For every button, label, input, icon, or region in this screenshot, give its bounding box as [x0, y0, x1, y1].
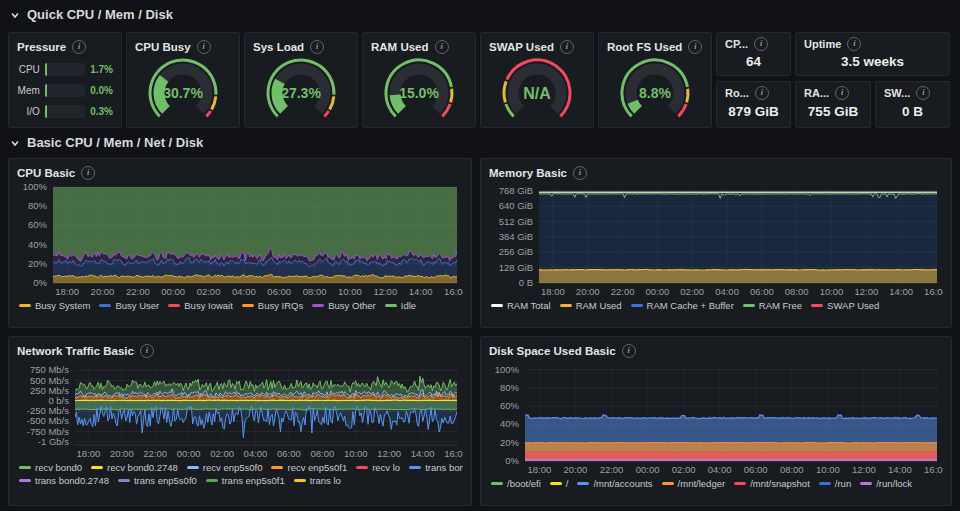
info-icon[interactable]: i	[310, 40, 324, 54]
svg-text:02:00: 02:00	[197, 286, 221, 297]
legend-item[interactable]: recv bond0.2748	[91, 461, 178, 474]
legend-item[interactable]: Busy Iowait	[168, 299, 233, 312]
chart-legend: /boot/efi//mnt/accounts/mnt/ledger/mnt/s…	[489, 477, 943, 490]
legend-item[interactable]: /mnt/ledger	[662, 477, 726, 490]
legend-item[interactable]: RAM Free	[743, 299, 802, 312]
legend-item[interactable]: trans bond0	[409, 461, 463, 474]
panel-ram-total: RA... i 755 GiB	[795, 81, 871, 128]
svg-text:14:00: 14:00	[411, 448, 435, 459]
network-traffic-chart[interactable]: 750 Mb/s500 Mb/s250 Mb/s0 b/s-250 Mb/s-5…	[17, 359, 463, 461]
legend-item[interactable]: /mnt/accounts	[577, 477, 652, 490]
svg-text:60%: 60%	[28, 219, 48, 230]
legend-item[interactable]: RAM Total	[491, 299, 551, 312]
svg-text:60%: 60%	[500, 400, 520, 411]
svg-text:-1 Gb/s: -1 Gb/s	[38, 436, 69, 447]
pressure-bar-gauge	[45, 105, 85, 118]
svg-text:04:00: 04:00	[244, 448, 268, 459]
svg-text:640 GiB: 640 GiB	[499, 200, 533, 211]
legend-item[interactable]: trans lo	[294, 474, 341, 487]
info-icon[interactable]: i	[835, 86, 849, 100]
info-icon[interactable]: i	[435, 40, 449, 54]
chart-legend: RAM TotalRAM UsedRAM Cache + BufferRAM F…	[489, 299, 943, 312]
panel-network-traffic-basic: Network Traffic Basic i 750 Mb/s500 Mb/s…	[8, 336, 472, 506]
panel-title: CP...	[725, 38, 748, 50]
disk-space-chart[interactable]: 0%20%40%60%80%100%18:0020:0022:0000:0002…	[489, 359, 943, 477]
info-icon[interactable]: i	[81, 166, 95, 180]
chevron-down-icon	[10, 138, 20, 148]
pressure-gauges: CPU1.7%Mem0.0%I/O0.3%	[17, 63, 113, 118]
row-header-quick[interactable]: Quick CPU / Mem / Disk	[10, 7, 173, 22]
info-icon[interactable]: i	[755, 86, 769, 100]
net-plot[interactable]: 750 Mb/s500 Mb/s250 Mb/s0 b/s-250 Mb/s-5…	[17, 359, 463, 461]
info-icon[interactable]: i	[754, 37, 768, 51]
legend-item[interactable]: trans bond0.2748	[19, 474, 109, 487]
svg-text:08:00: 08:00	[310, 448, 334, 459]
svg-text:16:00: 16:00	[924, 464, 943, 475]
info-icon[interactable]: i	[573, 166, 587, 180]
svg-text:22:00: 22:00	[611, 286, 635, 297]
svg-text:20:00: 20:00	[91, 286, 115, 297]
legend-item[interactable]: Busy IRQs	[242, 299, 303, 312]
row-header-basic[interactable]: Basic CPU / Mem / Net / Disk	[10, 135, 203, 150]
info-icon[interactable]: i	[197, 40, 211, 54]
svg-text:14:00: 14:00	[409, 286, 433, 297]
legend-item[interactable]: Busy Other	[312, 299, 376, 312]
pressure-bar-gauge	[45, 84, 85, 97]
svg-text:80%: 80%	[28, 200, 48, 211]
row-title: Quick CPU / Mem / Disk	[27, 7, 173, 22]
legend-item[interactable]: trans enp5s0f1	[206, 474, 285, 487]
legend-item[interactable]: /	[550, 477, 569, 490]
panel-title: RA...	[804, 87, 829, 99]
memory-basic-chart[interactable]: 0 B128 GiB256 GiB384 GiB512 GiB640 GiB76…	[489, 181, 943, 299]
panel-swap-total: SW... i 0 B	[875, 81, 950, 128]
svg-text:18:00: 18:00	[528, 464, 552, 475]
panel-cpu-cores: CP... i 64	[716, 32, 791, 76]
stat-value: 0 B	[884, 100, 941, 123]
pressure-row: CPU1.7%	[17, 63, 113, 76]
legend-item[interactable]: recv lo	[356, 461, 400, 474]
svg-text:00:00: 00:00	[646, 286, 670, 297]
panel-rootfs-used: Root FS Used i 8.8%	[598, 32, 712, 128]
info-icon[interactable]: i	[140, 344, 154, 358]
cpu-basic-chart[interactable]: 0%20%40%60%80%100%18:0020:0022:0000:0002…	[17, 181, 463, 299]
legend-item[interactable]: recv bond0	[19, 461, 82, 474]
panel-title: Disk Space Used Basic	[489, 345, 616, 357]
legend-item[interactable]: recv enp5s0f1	[271, 461, 347, 474]
svg-text:80%: 80%	[500, 382, 520, 393]
legend-item[interactable]: RAM Cache + Buffer	[631, 299, 734, 312]
svg-text:06:00: 06:00	[267, 286, 291, 297]
mem-plot[interactable]: 0 B128 GiB256 GiB384 GiB512 GiB640 GiB76…	[489, 181, 943, 299]
svg-text:256 GiB: 256 GiB	[499, 246, 533, 257]
legend-item[interactable]: Busy User	[99, 299, 159, 312]
legend-item[interactable]: Busy System	[19, 299, 90, 312]
legend-item[interactable]: RAM Used	[560, 299, 622, 312]
svg-text:10:00: 10:00	[816, 464, 840, 475]
legend-item[interactable]: /mnt/snapshot	[734, 477, 810, 490]
svg-text:18:00: 18:00	[55, 286, 79, 297]
svg-text:18:00: 18:00	[76, 448, 100, 459]
info-icon[interactable]: i	[916, 86, 930, 100]
info-icon[interactable]: i	[688, 40, 702, 54]
legend-item[interactable]: SWAP Used	[811, 299, 879, 312]
legend-item[interactable]: Idle	[385, 299, 416, 312]
info-icon[interactable]: i	[622, 344, 636, 358]
legend-item[interactable]: /boot/efi	[491, 477, 541, 490]
panel-title: CPU Busy	[135, 41, 191, 53]
svg-text:768 GiB: 768 GiB	[499, 185, 533, 196]
svg-text:128 GiB: 128 GiB	[499, 262, 533, 273]
disk-plot[interactable]: 0%20%40%60%80%100%18:0020:0022:0000:0002…	[489, 359, 943, 477]
svg-text:22:00: 22:00	[600, 464, 624, 475]
panel-title: Root FS Used	[607, 41, 682, 53]
legend-item[interactable]: /run/lock	[860, 477, 912, 490]
legend-item[interactable]: /run	[819, 477, 851, 490]
legend-item[interactable]: trans enp5s0f0	[118, 474, 197, 487]
panel-memory-basic: Memory Basic i 0 B128 GiB256 GiB384 GiB5…	[480, 158, 952, 328]
legend-item[interactable]: recv enp5s0f0	[187, 461, 263, 474]
info-icon[interactable]: i	[72, 40, 86, 54]
info-icon[interactable]: i	[560, 40, 574, 54]
info-icon[interactable]: i	[847, 37, 861, 51]
svg-text:10:00: 10:00	[820, 286, 844, 297]
svg-text:40%: 40%	[28, 239, 48, 250]
chart-legend: recv bond0recv bond0.2748recv enp5s0f0re…	[17, 461, 463, 487]
cpu-plot[interactable]: 0%20%40%60%80%100%18:0020:0022:0000:0002…	[17, 181, 463, 299]
